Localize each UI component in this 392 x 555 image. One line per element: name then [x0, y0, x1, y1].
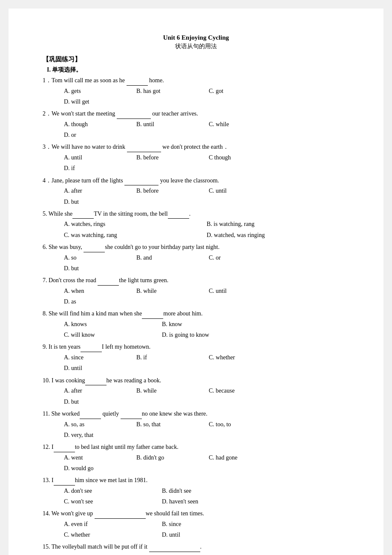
q15-opt-b: B. rains: [162, 552, 256, 555]
q7-opt-b: B. while: [136, 286, 205, 296]
question-8: 8. She will find him a kind man when she…: [43, 309, 349, 340]
q10-opt-d: D. but: [64, 396, 132, 407]
q4-opt-d: D. but: [64, 197, 132, 207]
q12-opt-a: A. went: [64, 452, 132, 463]
q5-text: 5. While sheTV in the sitting room, the …: [43, 211, 190, 217]
q11-opt-b: B. so, that: [136, 419, 205, 430]
q6-opt-a: A. so: [64, 252, 132, 263]
q9-opt-c: C. whether: [209, 352, 277, 363]
question-10: 10. I was cookinghe was reading a book. …: [43, 376, 349, 407]
q10-text: 10. I was cookinghe was reading a book.: [43, 377, 161, 384]
q2-opt-d: D. or: [64, 130, 132, 140]
title-en: Unit 6 Enjoying Cycling: [43, 34, 349, 41]
q12-opt-d: D. would go: [64, 463, 132, 474]
q9-text: 9. It is ten yearsI left my hometown.: [43, 344, 150, 350]
q6-options: A. so B. and C. or D. but: [64, 252, 349, 274]
q12-opt-b: B. didn't go: [136, 452, 205, 463]
q15-options: A. will rain B. rains C. rained D. is ra…: [64, 552, 349, 555]
q9-opt-a: A. since: [64, 352, 132, 363]
question-4: 4．Jane, please turn off the lights you l…: [43, 176, 349, 207]
q10-options: A. after B. while C. because D. but: [64, 385, 349, 407]
q11-opt-c: C. too, to: [209, 419, 277, 430]
q11-opt-d: D. very, that: [64, 430, 132, 440]
q4-opt-a: A. after: [64, 185, 132, 196]
q6-opt-b: B. and: [136, 252, 205, 263]
q3-opt-b: B. before: [136, 152, 205, 163]
q13-opt-a: A. don't see: [64, 486, 158, 496]
question-11: 11. She worked quietly no one knew she w…: [43, 409, 349, 440]
question-3: 3．We will have no water to drink we don'…: [43, 142, 349, 173]
q11-text: 11. She worked quietly no one knew she w…: [43, 410, 208, 417]
q13-text: 13. Ihim since we met last in 1981.: [43, 477, 147, 483]
q5-opt-a: A. watches, rings: [64, 219, 207, 229]
q12-options: A. went B. didn't go C. had gone D. woul…: [64, 452, 349, 474]
q14-opt-d: D. until: [162, 529, 256, 540]
question-2: 2．We won't start the meeting our teacher…: [43, 109, 349, 140]
question-5: 5. While sheTV in the sitting room, the …: [43, 209, 349, 240]
title-cn: 状语从句的用法: [43, 43, 349, 50]
q14-opt-b: B. since: [162, 519, 256, 529]
q1-options: A. gets B. has got C. got D. will get: [64, 86, 349, 107]
page: Unit 6 Enjoying Cycling 状语从句的用法 【巩固练习】 I…: [9, 9, 383, 555]
q7-text: 7. Don't cross the road the light turns …: [43, 277, 168, 283]
q4-text: 4．Jane, please turn off the lights you l…: [43, 177, 219, 184]
q4-opt-b: B. before: [136, 185, 205, 196]
question-14: 14. We won't give up we should fail ten …: [43, 509, 349, 540]
q4-opt-c: C. until: [209, 185, 277, 196]
q14-options: A. even if B. since C. whether D. until: [64, 519, 349, 540]
title-section: Unit 6 Enjoying Cycling 状语从句的用法: [43, 34, 349, 50]
q6-opt-d: D. but: [64, 263, 132, 274]
q5-options: A. watches, rings B. is watching, rang C…: [64, 219, 349, 240]
q5-opt-c: C. was watching, rang: [64, 230, 207, 240]
q9-options: A. since B. if C. whether D. until: [64, 352, 349, 373]
q9-opt-d: D. until: [64, 363, 132, 373]
q6-opt-c: C. or: [209, 252, 277, 263]
q8-text: 8. She will find him a kind man when she…: [43, 310, 202, 317]
q10-opt-b: B. while: [136, 385, 205, 396]
q10-opt-c: C. because: [209, 385, 277, 396]
q3-text: 3．We will have no water to drink we don'…: [43, 144, 229, 150]
q12-opt-c: C. had gone: [209, 452, 277, 463]
q2-opt-b: B. until: [136, 119, 205, 130]
q11-opt-a: A. so, as: [64, 419, 132, 430]
q4-options: A. after B. before C. until D. but: [64, 185, 349, 207]
q15-opt-a: A. will rain: [64, 552, 158, 555]
q2-opt-c: C. while: [209, 119, 277, 130]
q6-text: 6. She was busy, she couldn't go to your…: [43, 244, 219, 250]
section1-subheader: I. 单项选择。: [43, 66, 349, 74]
q5-opt-d: D. watched, was ringing: [207, 230, 349, 240]
question-7: 7. Don't cross the road the light turns …: [43, 275, 349, 307]
q13-options: A. don't see B. didn't see C. won't see …: [64, 486, 349, 507]
q8-opt-a: A. knows: [64, 319, 158, 330]
q1-opt-a: A. gets: [64, 86, 132, 96]
q15-text: 15. The volleyball match will be put off…: [43, 543, 202, 550]
q9-opt-b: B. if: [136, 352, 205, 363]
question-9: 9. It is ten yearsI left my hometown. A.…: [43, 342, 349, 373]
q3-options: A. until B. before C though D. if: [64, 152, 349, 173]
q14-opt-c: C. whether: [64, 529, 158, 540]
q14-text: 14. We won't give up we should fail ten …: [43, 510, 204, 517]
question-6: 6. She was busy, she couldn't go to your…: [43, 242, 349, 274]
question-15: 15. The volleyball match will be put off…: [43, 542, 349, 555]
q5-opt-b: B. is watching, rang: [207, 219, 349, 229]
q8-opt-b: B. know: [162, 319, 256, 330]
q13-opt-d: D. haven't seen: [162, 496, 281, 507]
q7-options: A. when B. while C. until D. as: [64, 286, 349, 307]
q2-options: A. though B. until C. while D. or: [64, 119, 349, 140]
q7-opt-a: A. when: [64, 286, 132, 296]
q13-opt-b: B. didn't see: [162, 486, 256, 496]
q8-options: A. knows B. know C. will know D. is goin…: [64, 319, 349, 340]
q10-opt-a: A. after: [64, 385, 132, 396]
q3-opt-d: D. if: [64, 163, 132, 173]
section1-header: 【巩固练习】: [43, 55, 349, 64]
question-13: 13. Ihim since we met last in 1981. A. d…: [43, 475, 349, 507]
q11-options: A. so, as B. so, that C. too, to D. very…: [64, 419, 349, 440]
q2-text: 2．We won't start the meeting our teacher…: [43, 110, 198, 117]
q3-opt-c: C though: [209, 152, 277, 163]
question-12: 12. Ito bed last night until my father c…: [43, 442, 349, 474]
q13-opt-c: C. won't see: [64, 496, 158, 507]
q8-opt-c: C. will know: [64, 330, 158, 340]
q14-opt-a: A. even if: [64, 519, 158, 529]
q1-opt-b: B. has got: [136, 86, 205, 96]
q7-opt-d: D. as: [64, 296, 132, 307]
